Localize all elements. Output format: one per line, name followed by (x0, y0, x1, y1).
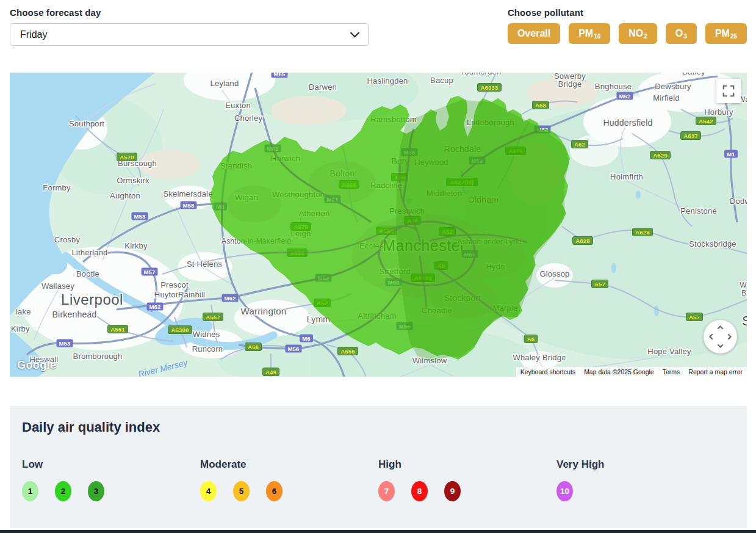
map-attribution-terms[interactable]: Terms (658, 367, 685, 377)
road-badge-a5300: A5300 (168, 326, 192, 334)
map-label-chorley: Chorley (234, 114, 262, 123)
pollutant-control: Choose pollutant OverallPM10NO2O3PM25 (508, 7, 747, 46)
svg-text:A628: A628 (575, 237, 590, 244)
svg-text:A56: A56 (248, 344, 259, 350)
pollutant-button-pm10[interactable]: PM10 (569, 23, 610, 44)
fullscreen-icon (722, 84, 735, 98)
aqi-index-badge-8: 8 (411, 481, 428, 501)
map-fullscreen-button[interactable] (716, 79, 741, 103)
svg-text:M58: M58 (182, 202, 194, 209)
map-label-stocksbridge: Stocksbridge (689, 239, 736, 248)
map-label-wallasey: Wallasey (41, 281, 74, 291)
map-label-formby: Formby (43, 183, 71, 192)
map-attribution-keyboard-shortcuts[interactable]: Keyboard shortcuts (516, 367, 580, 377)
map-label-horbury: Horbury (704, 107, 733, 117)
pollutant-button-pm25[interactable]: PM25 (705, 23, 747, 44)
road-badge-a628: A628 (573, 237, 593, 245)
map-attribution-bar: Keyboard shortcutsMap data ©2025 GoogleT… (516, 367, 747, 377)
aqi-index-badge-3: 3 (88, 481, 104, 501)
map-label-holmfirth: Holmfirth (610, 172, 643, 181)
road-badge-m62: M62 (617, 92, 633, 100)
map-label-birkenhead: Birkenhead (52, 310, 97, 319)
svg-text:M1: M1 (727, 151, 735, 158)
road-badge-a561: A561 (108, 325, 128, 333)
map-attribution-report-a-map-error[interactable]: Report a map error (684, 367, 747, 377)
aqi-index-badge-7: 7 (378, 481, 395, 501)
map-label-darwen: Darwen (309, 82, 337, 92)
aqi-index-badge-1: 1 (22, 481, 38, 501)
pollutant-buttons: OverallPM10NO2O3PM25 (508, 23, 747, 44)
map-label-whaley-bridge: Whaley Bridge (513, 353, 566, 362)
svg-text:M58: M58 (134, 213, 145, 220)
aqi-band-moderate: Moderate 456 (200, 459, 378, 501)
map-label-ormskirk: Ormskirk (117, 176, 149, 185)
map-pan-control[interactable] (704, 320, 737, 354)
pollutant-button-o3[interactable]: O3 (666, 23, 697, 44)
pan-arrows-icon (704, 320, 737, 354)
map-label-brighouse: Brighouse (595, 82, 632, 91)
map-label-mirfield: Mirfield (653, 93, 680, 103)
map-label-liverpool: Liverpool (61, 291, 123, 308)
pollutant-button-label: O (675, 23, 683, 44)
pollutant-button-label: PM (715, 23, 730, 44)
map-label-lake: lake (16, 307, 31, 316)
road-badge-m62: M62 (222, 294, 239, 302)
map-canvas: LiverpoolManchesterSheffieldLeylandEuxto… (10, 73, 747, 377)
road-badge-a6: A6 (524, 335, 538, 343)
map-label-st-helens: St Helens (187, 259, 222, 269)
svg-text:A57: A57 (594, 281, 605, 288)
map-label-huyton: Huyton (154, 290, 180, 299)
map-label-dewsbury: Dewsbury (655, 82, 691, 91)
svg-text:M53: M53 (59, 340, 70, 347)
aqi-band-label: Moderate (200, 459, 378, 471)
svg-text:A557: A557 (206, 314, 220, 321)
map-label-prescot: Prescot (160, 280, 189, 289)
svg-text:A6: A6 (527, 336, 535, 343)
map-label-penistone: Penistone (680, 206, 717, 216)
map[interactable]: LiverpoolManchesterSheffieldLeylandEuxto… (10, 73, 747, 377)
map-label-runcorn: Runcorn (192, 344, 223, 354)
aqi-index-badge-10: 10 (556, 481, 573, 501)
svg-text:A556: A556 (340, 348, 355, 355)
forecast-day-select[interactable]: Friday (10, 23, 369, 46)
road-badge-m1: M1 (724, 150, 738, 158)
map-label-todmorden: Todmorden (461, 73, 502, 76)
chevron-down-icon (350, 28, 360, 38)
map-label-skelmersdale: Skelmersdale (163, 189, 212, 198)
road-badge-a628: A628 (633, 228, 653, 236)
svg-text:M62: M62 (149, 303, 160, 310)
svg-text:M57: M57 (143, 269, 155, 275)
aqi-panel: Daily air quality index Low 123 Moderate… (10, 406, 747, 528)
road-badge-a642: A642 (696, 117, 716, 125)
svg-text:A628: A628 (635, 229, 650, 236)
road-badge-m65: M65 (272, 73, 288, 78)
pollutant-button-label: PM (578, 23, 593, 44)
pollutant-button-no2[interactable]: NO2 (619, 23, 657, 44)
aqi-band-badges: 123 (22, 481, 200, 501)
map-label-b: B (741, 289, 746, 297)
road-badge-a49: A49 (263, 368, 279, 376)
aqi-band-badges: 789 (378, 481, 556, 501)
aqi-index-badge-2: 2 (55, 481, 71, 501)
aqi-band-label: High (378, 459, 556, 471)
air-quality-forecast-page: Choose forecast day Friday Choose pollut… (0, 0, 756, 533)
map-label-southport: Southport (69, 119, 104, 128)
road-badge-a570: A570 (117, 153, 137, 161)
map-label-bridge: Bridge (558, 79, 582, 89)
svg-text:A62: A62 (574, 141, 585, 148)
aqi-band-badges: 456 (200, 481, 378, 501)
map-label-aughton: Aughton (110, 191, 140, 200)
pollutant-button-label: NO (628, 23, 643, 44)
road-badge-a557: A557 (203, 313, 223, 321)
map-attribution-map-data-2025-google[interactable]: Map data ©2025 Google (580, 367, 658, 377)
map-label-leyland: Leyland (211, 79, 239, 88)
map-label-dodworth: Dodworth (730, 197, 747, 206)
pollutant-button-overall[interactable]: Overall (508, 23, 560, 44)
svg-text:A561: A561 (110, 326, 125, 333)
map-label-litherland: Litherland (71, 248, 107, 257)
pollutant-button-subscript: 3 (683, 34, 687, 40)
svg-text:A642: A642 (699, 118, 713, 125)
footer-strip (0, 530, 756, 533)
pollutant-label: Choose pollutant (508, 7, 747, 18)
map-label-glossop: Glossop (539, 269, 569, 278)
